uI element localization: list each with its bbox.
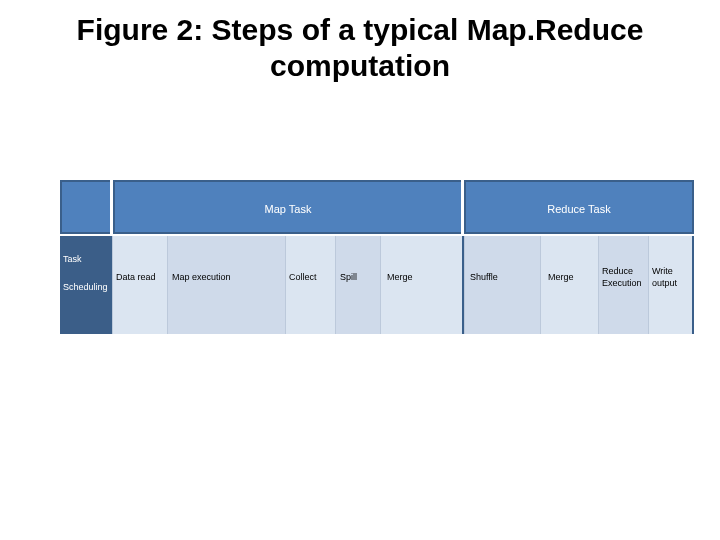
label-data-read: Data read bbox=[116, 272, 156, 282]
col-spill bbox=[335, 236, 380, 334]
label-write: Write output bbox=[652, 266, 677, 289]
header-blank bbox=[60, 180, 110, 234]
label-reduce-line2: Execution bbox=[602, 278, 642, 288]
col-data-read bbox=[112, 236, 167, 334]
figure-title: Figure 2: Steps of a typical Map.Reduce … bbox=[0, 12, 720, 84]
slide: Figure 2: Steps of a typical Map.Reduce … bbox=[0, 0, 720, 540]
label-map-exec: Map execution bbox=[172, 272, 231, 282]
row-label-scheduling: Scheduling bbox=[63, 282, 107, 292]
col-merge2 bbox=[540, 236, 598, 334]
sep-right bbox=[692, 236, 694, 334]
header-map-task: Map Task bbox=[113, 180, 461, 234]
label-write-line2: output bbox=[652, 278, 677, 288]
label-spill: Spill bbox=[340, 272, 357, 282]
label-merge2: Merge bbox=[548, 272, 574, 282]
row-label-cell: Task Scheduling bbox=[60, 236, 110, 334]
header-reduce-label: Reduce Task bbox=[466, 182, 692, 236]
label-reduce-line1: Reduce bbox=[602, 266, 633, 276]
row-label-task: Task bbox=[63, 254, 107, 264]
label-reduce-exec: Reduce Execution bbox=[602, 266, 642, 289]
col-merge1 bbox=[380, 236, 462, 334]
header-reduce-task: Reduce Task bbox=[464, 180, 694, 234]
label-shuffle: Shuffle bbox=[470, 272, 498, 282]
col-shuffle bbox=[464, 236, 540, 334]
label-write-line1: Write bbox=[652, 266, 673, 276]
label-merge1: Merge bbox=[387, 272, 413, 282]
header-map-label: Map Task bbox=[115, 182, 461, 236]
label-collect: Collect bbox=[289, 272, 317, 282]
col-map-exec bbox=[167, 236, 285, 334]
col-collect bbox=[285, 236, 335, 334]
